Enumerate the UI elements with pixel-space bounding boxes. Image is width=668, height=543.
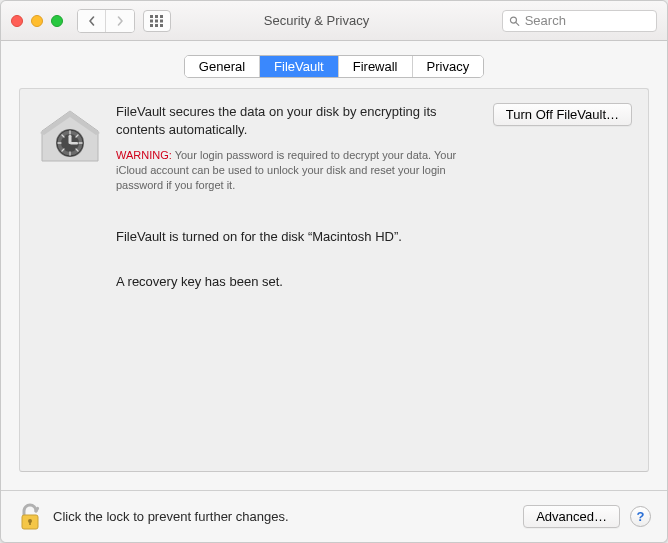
window-title: Security & Privacy [179,13,494,28]
turn-off-filevault-button[interactable]: Turn Off FileVault… [493,103,632,126]
svg-rect-8 [160,24,163,27]
svg-rect-28 [29,521,31,525]
advanced-button[interactable]: Advanced… [523,505,620,528]
svg-rect-25 [70,142,78,145]
chevron-right-icon [115,16,125,26]
footer: Click the lock to prevent further change… [1,490,667,542]
filevault-panel: FileVault secures the data on your disk … [19,88,649,472]
search-icon [509,15,520,27]
intro-column: FileVault secures the data on your disk … [116,103,460,193]
forward-button[interactable] [106,10,134,32]
minimize-window-button[interactable] [31,15,43,27]
tab-general[interactable]: General [185,56,260,77]
help-button[interactable]: ? [630,506,651,527]
show-all-button[interactable] [143,10,171,32]
tab-privacy[interactable]: Privacy [413,56,484,77]
svg-line-10 [516,22,519,25]
titlebar: Security & Privacy [1,1,667,41]
svg-rect-4 [155,19,158,22]
warning-label: WARNING: [116,149,172,161]
traffic-lights [11,15,63,27]
back-button[interactable] [78,10,106,32]
search-field[interactable] [502,10,657,32]
tab-filevault[interactable]: FileVault [260,56,339,77]
svg-rect-7 [155,24,158,27]
lock-icon[interactable] [17,502,43,532]
svg-rect-3 [150,19,153,22]
warning-block: WARNING: Your login password is required… [116,148,460,193]
maximize-window-button[interactable] [51,15,63,27]
tab-firewall[interactable]: Firewall [339,56,413,77]
svg-rect-2 [160,15,163,18]
close-window-button[interactable] [11,15,23,27]
filevault-house-icon [36,103,104,171]
tabbar: General FileVault Firewall Privacy [1,41,667,88]
grid-icon [150,15,164,27]
lock-hint-text: Click the lock to prevent further change… [53,509,513,524]
content-area: FileVault secures the data on your disk … [1,88,667,490]
preferences-window: Security & Privacy General FileVault Fir… [0,0,668,543]
tabs: General FileVault Firewall Privacy [184,55,484,78]
search-input[interactable] [525,13,650,28]
svg-rect-0 [150,15,153,18]
chevron-left-icon [87,16,97,26]
back-forward-nav [77,9,135,33]
svg-rect-1 [155,15,158,18]
intro-text: FileVault secures the data on your disk … [116,103,460,138]
svg-rect-5 [160,19,163,22]
svg-rect-6 [150,24,153,27]
recovery-key-status: A recovery key has been set. [116,274,632,289]
filevault-status: FileVault is turned on for the disk “Mac… [116,229,632,244]
